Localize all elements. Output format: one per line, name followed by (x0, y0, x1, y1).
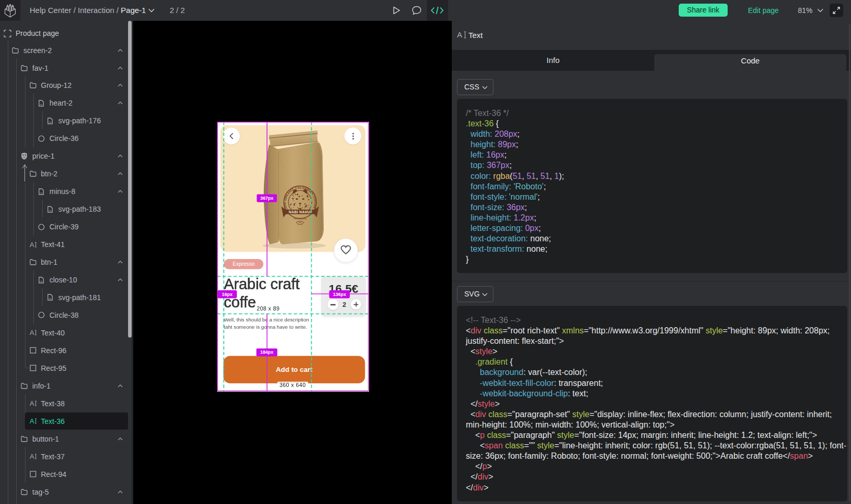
svg-text:A: A (30, 453, 34, 460)
svg-text:A: A (30, 329, 34, 336)
svg-text:A: A (457, 30, 462, 39)
svg-text:A: A (30, 241, 34, 248)
svg-text:A: A (30, 400, 34, 407)
svg-text:A: A (30, 418, 34, 424)
